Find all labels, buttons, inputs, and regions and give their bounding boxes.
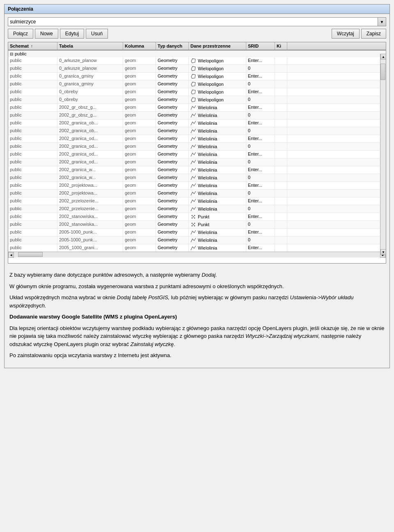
spatial-icon [190, 245, 196, 251]
cell-tabela: 2002_granica_od... [57, 135, 123, 142]
table-row[interactable]: public 2005_1000_grani... geom Geometry … [8, 244, 386, 252]
table-row[interactable]: public 2002_granica_od... geom Geometry … [8, 151, 386, 158]
para3-italic1: Dodaj tabelę PostGIS, [117, 294, 170, 300]
cell-srid: 0 [246, 80, 275, 88]
connection-input[interactable] [8, 17, 378, 26]
cell-srid: Enter... [246, 244, 275, 252]
load-button[interactable]: Wczytaj [332, 29, 360, 39]
cell-kolumna: geom [123, 213, 156, 220]
spatial-label: Wielopoligon [198, 74, 224, 79]
spatial-icon [190, 97, 196, 103]
cell-schemat: public [8, 73, 57, 80]
scroll-up-button[interactable]: ▲ [380, 54, 386, 60]
vertical-scrollbar[interactable]: ▲ ▼ [380, 54, 386, 255]
table-row[interactable]: public 2002_granica_w... geom Geometry W… [8, 166, 386, 174]
header-schemat: Schemat ↑ [8, 42, 57, 50]
toolbar-right: Wczytaj Zapisz [332, 29, 386, 39]
delete-button[interactable]: Usuń [86, 29, 108, 39]
cell-dane: Wielolinia [189, 197, 246, 205]
spatial-icon [190, 206, 196, 212]
cell-typ: Geometry [156, 158, 189, 166]
spatial-label: Wielopoligon [198, 89, 224, 94]
cell-kolumna: geom [123, 151, 156, 158]
cell-schemat: public [8, 244, 57, 252]
cell-ki [275, 244, 287, 252]
cell-schemat: public [8, 197, 57, 205]
cell-dane: Wielolinia [189, 143, 246, 150]
cell-kolumna: geom [123, 96, 156, 103]
spatial-icon [190, 120, 196, 126]
table-row[interactable]: public 2002_granica_w... geom Geometry W… [8, 174, 386, 182]
scroll-thumb[interactable] [380, 64, 385, 80]
table-row[interactable]: public 0_obreby geom Geometry Wielopolig… [8, 96, 386, 104]
svg-point-0 [192, 215, 193, 216]
table-row[interactable]: public 2002_granica_od... geom Geometry … [8, 143, 386, 151]
cell-ki [275, 96, 287, 103]
spatial-icon [190, 222, 196, 227]
table-row[interactable]: public 2002_granica_ob... geom Geometry … [8, 119, 386, 127]
cell-tabela: 2002_przelozenie... [57, 205, 123, 213]
horizontal-scrollbar[interactable]: ◄ ► [8, 252, 386, 257]
cell-tabela: 2002_gr_obsz_g... [57, 112, 123, 119]
connection-dropdown-button[interactable]: ▼ [378, 17, 386, 26]
save-button[interactable]: Zapisz [361, 29, 386, 39]
cell-kolumna: geom [123, 57, 156, 64]
table-row[interactable]: public 2005-1000_punk... geom Geometry W… [8, 236, 386, 244]
table-row[interactable]: public 2002_projektowa... geom Geometry … [8, 182, 386, 190]
scroll-down-button[interactable]: ▼ [380, 249, 386, 255]
cell-kolumna: geom [123, 190, 156, 197]
h-scroll-track [14, 252, 380, 257]
table-row[interactable]: public 0_arkusze_planow geom Geometry Wi… [8, 57, 386, 65]
cell-kolumna: geom [123, 205, 156, 213]
spatial-label: Punkt [198, 214, 209, 219]
cell-schemat: public [8, 57, 57, 64]
cell-schemat: public [8, 104, 57, 111]
cell-srid: 0 [246, 174, 275, 181]
table-row[interactable]: public 2002_granica_od... geom Geometry … [8, 135, 386, 143]
spatial-icon [190, 175, 196, 181]
cell-typ: Geometry [156, 197, 189, 205]
table-row[interactable]: public 0_granica_gminy geom Geometry Wie… [8, 73, 386, 80]
cell-dane: Wielolinia [189, 127, 246, 135]
spatial-icon [190, 190, 196, 196]
table-row[interactable]: public 2002_granica_od... geom Geometry … [8, 158, 386, 166]
cell-srid: 0 [246, 190, 275, 197]
cell-typ: Geometry [156, 229, 189, 236]
new-button[interactable]: Nowe [35, 29, 58, 39]
cell-srid: Enter... [246, 229, 275, 236]
cell-ki [275, 151, 287, 158]
main-window: Połączenia ▼ Połącz Nowe Edytuj Usuń Wcz… [4, 4, 390, 368]
table-row[interactable]: public 2002_przelozenie... geom Geometry… [8, 205, 386, 213]
spatial-icon [190, 136, 196, 142]
scroll-left-button[interactable]: ◄ [8, 252, 14, 258]
table-row[interactable]: public 2002_gr_obsz_g... geom Geometry W… [8, 112, 386, 119]
table-row[interactable]: public 2002_gr_obsz_g... geom Geometry W… [8, 104, 386, 112]
cell-typ: Geometry [156, 112, 189, 119]
cell-srid: 0 [246, 221, 275, 228]
table-row[interactable]: public 2002_stanowiska... geom Geometry … [8, 213, 386, 221]
cell-ki [275, 127, 287, 135]
spatial-label: Wielolinia [198, 105, 217, 110]
table-row[interactable]: public 2002_przelozenie... geom Geometry… [8, 197, 386, 205]
table-body[interactable]: ⊟public public 0_arkusze_planow geom Geo… [8, 50, 386, 252]
cell-schemat: public [8, 166, 57, 174]
table-row[interactable]: public 0_granica_gminy geom Geometry Wie… [8, 80, 386, 88]
cell-dane: Wielolinia [189, 182, 246, 189]
cell-schemat: public [8, 127, 57, 135]
cell-srid: Enter... [246, 197, 275, 205]
cell-srid: Enter... [246, 213, 275, 220]
table-row[interactable]: public 2002_granica_ob... geom Geometry … [8, 127, 386, 135]
cell-dane: Wielopoligon [189, 88, 246, 96]
cell-srid: Enter... [246, 73, 275, 80]
cell-typ: Geometry [156, 244, 189, 252]
connect-button[interactable]: Połącz [8, 29, 33, 39]
table-row[interactable]: public 2002_projektowa... geom Geometry … [8, 190, 386, 197]
table-row[interactable]: public 0_arkusze_planow geom Geometry Wi… [8, 65, 386, 73]
table-row[interactable]: public 2005-1000_punk... geom Geometry W… [8, 229, 386, 236]
edit-button[interactable]: Edytuj [60, 29, 84, 39]
h-scroll-thumb[interactable] [18, 252, 43, 257]
table-row[interactable]: public 0_obreby geom Geometry Wielopolig… [8, 88, 386, 96]
cell-ki [275, 229, 287, 236]
cell-ki [275, 166, 287, 174]
table-row[interactable]: public 2002_stanowiska... geom Geometry … [8, 221, 386, 229]
